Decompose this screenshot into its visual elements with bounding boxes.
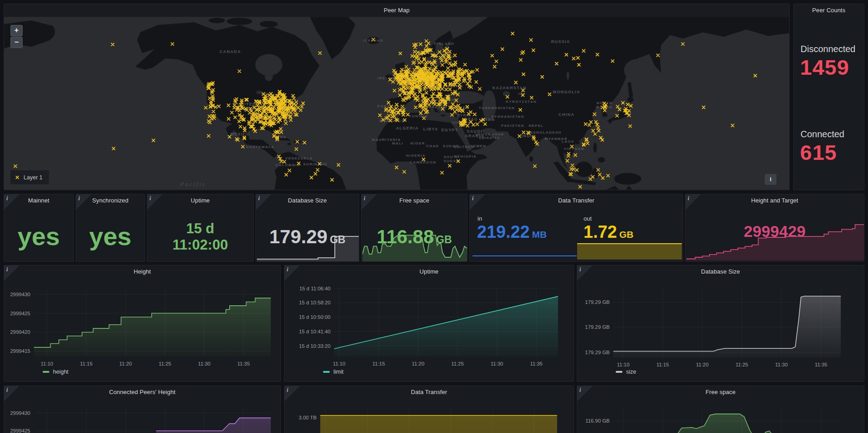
svg-text:15 d 11:06:40: 15 d 11:06:40 xyxy=(299,286,331,291)
mainnet-value: yes xyxy=(4,221,73,251)
svg-text:2999415: 2999415 xyxy=(10,348,30,354)
svg-text:CHAD: CHAD xyxy=(426,144,439,148)
data-out-label: out xyxy=(583,215,592,222)
panel-chart-connected-peers-height: i Connected Peers' Height 29994302999425 xyxy=(4,385,281,433)
svg-text:YEMEN: YEMEN xyxy=(470,144,486,148)
svg-text:NEPAL: NEPAL xyxy=(529,124,544,128)
svg-text:TURKMENISTAN: TURKMENISTAN xyxy=(479,106,515,110)
chart-plot-0[interactable]: 299943029994252999420299941511:1011:1511… xyxy=(4,265,280,381)
map-zoom-out-button[interactable]: − xyxy=(10,37,23,48)
svg-text:15 d 10:41:40: 15 d 10:41:40 xyxy=(299,329,331,334)
layer-label: Layer 1 xyxy=(24,174,43,181)
svg-text:11:15: 11:15 xyxy=(372,361,385,366)
svg-text:ALGERIA: ALGERIA xyxy=(396,126,419,130)
svg-text:BANGLADESH: BANGLADESH xyxy=(530,130,561,135)
panel-info-icon[interactable]: i xyxy=(4,386,19,401)
svg-text:116.90 GB: 116.90 GB xyxy=(585,418,610,423)
panel-stat-height-and-target: i Height and Target 2999429 xyxy=(685,194,864,262)
svg-text:VIETNAM: VIETNAM xyxy=(564,147,585,151)
legend-label: size xyxy=(626,369,636,375)
svg-text:MONGOLIA: MONGOLIA xyxy=(553,90,580,94)
stat-title-data-transfer[interactable]: Data Transfer xyxy=(470,194,683,207)
svg-text:PAKISTAN: PAKISTAN xyxy=(501,124,524,128)
legend-height[interactable]: height xyxy=(43,369,68,375)
stat-title-uptime[interactable]: Uptime xyxy=(147,194,253,207)
height-target-value: 2999429 xyxy=(685,222,864,241)
panel-info-icon[interactable]: i xyxy=(577,265,593,281)
panel-title-peer-map[interactable]: Peer Map xyxy=(4,4,789,17)
stat-title-database-size[interactable]: Database Size xyxy=(256,194,359,207)
connected-label: Connected xyxy=(800,129,844,140)
svg-text:11:35: 11:35 xyxy=(815,362,827,367)
panel-info-icon[interactable]: i xyxy=(362,194,377,210)
svg-text:ETHIOPIA: ETHIOPIA xyxy=(454,154,477,159)
svg-text:11:30: 11:30 xyxy=(491,361,503,366)
svg-text:EGYPT: EGYPT xyxy=(441,128,458,132)
legend-size[interactable]: size xyxy=(616,369,636,375)
svg-text:GUATEMALA: GUATEMALA xyxy=(246,145,275,149)
stat-title-height-and-target[interactable]: Height and Target xyxy=(685,194,864,207)
svg-text:UNITED ARABEMIRATES: UNITED ARABEMIRATES xyxy=(475,133,504,140)
panel-chart-uptime: i Uptime 15 d 11:06:4015 d 10:58:2015 d … xyxy=(284,265,574,382)
chart-plot-1[interactable]: 15 d 11:06:4015 d 10:58:2015 d 10:50:001… xyxy=(285,265,574,381)
panel-stat-data-transfer: i Data Transfer in 219.22MB out 1.72GB xyxy=(469,194,683,262)
legend-limit[interactable]: limit xyxy=(323,369,343,375)
svg-text:2999430: 2999430 xyxy=(10,292,30,297)
legend-swatch xyxy=(43,371,49,373)
chart-plot-3[interactable]: 29994302999425 xyxy=(4,386,280,433)
panel-chart-free-space: i Free space 116.90 GB xyxy=(577,385,864,433)
svg-text:TUNISIA: TUNISIA xyxy=(409,114,428,118)
panel-stat-uptime: i Uptime 15 d 11:02:00 xyxy=(147,194,254,262)
map-attribution-icon[interactable]: i xyxy=(765,174,776,185)
svg-text:11:25: 11:25 xyxy=(736,362,748,367)
map-zoom-in-button[interactable]: + xyxy=(10,25,23,36)
panel-info-icon[interactable]: i xyxy=(685,194,701,210)
connected-value: 615 xyxy=(800,140,837,165)
panel-info-icon[interactable]: i xyxy=(76,194,92,210)
uptime-time: 11:02:00 xyxy=(147,237,253,253)
svg-text:3.00 TB: 3.00 TB xyxy=(299,415,317,420)
disconnected-label: Disconnected xyxy=(800,44,855,54)
map-layer-toggle[interactable]: ✕ Layer 1 xyxy=(10,170,49,184)
legend-swatch xyxy=(323,371,330,373)
svg-text:11:10: 11:10 xyxy=(333,361,346,366)
panel-title-peer-counts[interactable]: Peer Counts xyxy=(794,4,864,17)
svg-text:FINLAND: FINLAND xyxy=(434,42,454,46)
svg-text:RUSSIA: RUSSIA xyxy=(551,39,570,44)
svg-text:2999430: 2999430 xyxy=(10,410,30,416)
panel-info-icon[interactable]: i xyxy=(470,194,485,210)
panel-info-icon[interactable]: i xyxy=(147,194,163,210)
svg-text:LIBYA: LIBYA xyxy=(423,127,438,131)
data-out-value: 1.72GB xyxy=(583,222,633,242)
data-in-sparkline xyxy=(473,253,577,259)
database-size-value: 179.29GB xyxy=(256,226,359,248)
svg-text:2999420: 2999420 xyxy=(10,329,30,335)
svg-text:179.29 GB: 179.29 GB xyxy=(585,350,610,355)
svg-text:CANADA: CANADA xyxy=(220,49,241,54)
svg-text:COLOMBIA: COLOMBIA xyxy=(275,163,300,167)
panel-info-icon[interactable]: i xyxy=(4,265,19,281)
svg-text:NIGERIA: NIGERIA xyxy=(406,154,425,158)
chart-plot-2[interactable]: 179.29 GB179.29 GB179.29 GB11:1011:1511:… xyxy=(577,265,864,381)
data-out-sparkline xyxy=(577,242,682,260)
panel-info-icon[interactable]: i xyxy=(4,194,19,210)
chart-plot-4[interactable]: 3.00 TB xyxy=(285,386,574,433)
world-map[interactable]: CANADARUSSIAUNITEDSTATESMEXICOCUBAGUATEM… xyxy=(4,17,789,190)
stat-title-free-space[interactable]: Free space xyxy=(362,194,467,207)
svg-text:179.29 GB: 179.29 GB xyxy=(585,324,610,330)
svg-text:11:30: 11:30 xyxy=(775,362,788,367)
panel-info-icon[interactable]: i xyxy=(285,386,300,401)
panel-info-icon[interactable]: i xyxy=(577,386,593,401)
legend-swatch xyxy=(616,371,622,373)
panel-info-icon[interactable]: i xyxy=(285,265,300,281)
panel-info-icon[interactable]: i xyxy=(256,194,271,210)
data-in-value: 219.22MB xyxy=(477,222,547,242)
svg-text:MALI: MALI xyxy=(392,141,403,145)
svg-text:NIGER: NIGER xyxy=(410,141,425,145)
chart-plot-5[interactable]: 116.90 GB xyxy=(577,386,864,433)
svg-text:11:30: 11:30 xyxy=(198,361,211,366)
svg-text:11:10: 11:10 xyxy=(617,362,630,367)
svg-text:11:35: 11:35 xyxy=(237,361,250,366)
svg-text:AFGHANISTAN: AFGHANISTAN xyxy=(491,115,524,119)
uptime-days: 15 d xyxy=(147,221,253,237)
